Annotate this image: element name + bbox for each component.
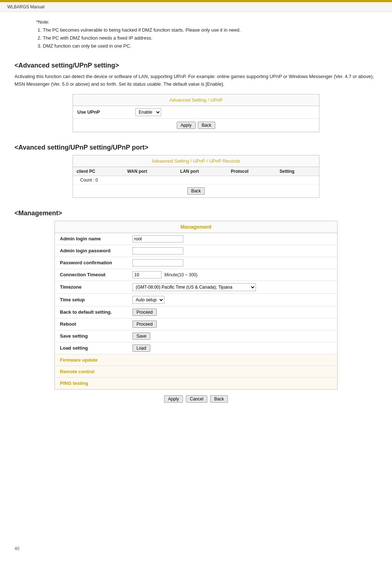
upnp-port-buttons: Back: [73, 184, 319, 197]
default-setting-value: Proceed: [132, 309, 332, 316]
timezone-row: Timezone (GMT-08:00) Pacific Time (US & …: [55, 281, 337, 294]
connection-timeout-row: Connection Timeout Minute(10 ~ 300): [55, 269, 337, 281]
connection-timeout-value: Minute(10 ~ 300): [132, 271, 332, 278]
upnp-port-panel: Advaoned Setting / UPnP / UPnP Records c…: [73, 155, 319, 198]
col-client-pc: client PC: [73, 167, 124, 176]
management-apply-button[interactable]: Apply: [164, 395, 183, 403]
upnp-apply-button[interactable]: Apply: [177, 122, 196, 129]
time-setup-value: Auto setup: [132, 296, 332, 304]
col-setting: Setting: [276, 167, 319, 176]
upnp-panel: Advanced Setting / UPnP Use UPnP Enable …: [73, 94, 319, 132]
time-setup-select[interactable]: Auto setup: [132, 296, 164, 304]
management-bottom-buttons: Apply Cancel Back: [15, 395, 377, 403]
firmware-update-row[interactable]: Firmware update: [55, 354, 337, 366]
upnp-enable-select[interactable]: Enable Disable: [135, 108, 161, 116]
upnp-panel-title: Advanced Setting / UPnP: [73, 94, 319, 106]
reboot-label: Reboot: [60, 321, 132, 327]
save-setting-button[interactable]: Save: [132, 333, 150, 340]
upnp-port-section: <Avanced setting/UPnP setting/UPnP port>…: [15, 144, 377, 198]
password-confirmation-value: [132, 259, 332, 266]
admin-login-name-label: Admin login name: [60, 236, 132, 241]
upnp-buttons: Apply Back: [73, 119, 319, 132]
admin-login-name-value: [132, 235, 332, 243]
connection-timeout-input[interactable]: [132, 271, 162, 278]
management-cancel-button[interactable]: Cancel: [186, 395, 207, 403]
admin-login-password-row: Admin login password: [55, 245, 337, 257]
note-asterisk: *Note:: [36, 19, 377, 25]
admin-login-password-label: Admin login password: [60, 248, 132, 253]
reboot-proceed-button[interactable]: Proceed: [132, 321, 157, 328]
management-heading: <Management>: [15, 209, 377, 217]
default-setting-proceed-button[interactable]: Proceed: [132, 309, 157, 316]
upnp-back-button[interactable]: Back: [198, 122, 216, 129]
note-item-2: The PC with DMZ function needs a fixed I…: [43, 34, 377, 42]
time-setup-label: Time setup: [60, 297, 132, 302]
management-back-button[interactable]: Back: [210, 395, 228, 403]
password-confirmation-input[interactable]: [132, 259, 183, 266]
load-setting-button[interactable]: Load: [132, 345, 150, 352]
upnp-description: Activating this function can detect the …: [15, 73, 377, 88]
note-section: *Note: The PC becomes vulnerable to bein…: [15, 19, 377, 50]
page-header: WLBARGS Manual: [0, 2, 392, 12]
firmware-update-label: Firmware update: [60, 357, 132, 363]
manual-title: WLBARGS Manual: [7, 4, 45, 9]
save-setting-row: Save setting Save: [55, 330, 337, 342]
upnp-use-value: Enable Disable: [135, 108, 315, 116]
management-section: <Management> Management Admin login name…: [15, 209, 377, 403]
load-setting-value: Load: [132, 345, 332, 352]
save-setting-value: Save: [132, 333, 332, 340]
count-label: Count : 0: [77, 176, 102, 184]
save-setting-label: Save setting: [60, 333, 132, 339]
connection-timeout-hint: Minute(10 ~ 300): [164, 272, 197, 277]
timezone-value: (GMT-08:00) Pacific Time (US & Canada); …: [132, 283, 332, 291]
upnp-setting-section: <Advanced setting/UPnP setting> Activati…: [15, 62, 377, 132]
page-number: 40: [15, 546, 19, 551]
col-protocol: Protocol: [227, 167, 276, 176]
upnp-use-label: Use UPnP: [77, 109, 135, 115]
password-confirmation-row: Password confirmation: [55, 257, 337, 269]
connection-timeout-label: Connection Timeout: [60, 272, 132, 277]
upnp-use-row: Use UPnP Enable Disable: [73, 106, 319, 119]
default-setting-label: Back to default setting.: [60, 309, 132, 315]
note-item-3: DMZ function can only be used in one PC.: [43, 42, 377, 50]
admin-login-name-row: Admin login name: [55, 233, 337, 245]
timezone-label: Timezone: [60, 284, 132, 290]
table-row: Count : 0: [73, 176, 319, 184]
upnp-port-back-button[interactable]: Back: [187, 187, 205, 195]
upnp-port-panel-title: Advaoned Setting / UPnP / UPnP Records: [73, 155, 319, 167]
management-panel: Management Admin login name Admin login …: [54, 221, 338, 390]
count-cell: Count : 0: [73, 176, 319, 184]
col-lan-port: LAN port: [177, 167, 227, 176]
reboot-row: Reboot Proceed: [55, 318, 337, 330]
password-confirmation-label: Password confirmation: [60, 260, 132, 265]
admin-login-password-value: [132, 247, 332, 254]
load-setting-label: Load setting: [60, 345, 132, 351]
admin-login-password-input[interactable]: [132, 247, 183, 254]
load-setting-row: Load setting Load: [55, 342, 337, 354]
default-setting-row: Back to default setting. Proceed: [55, 306, 337, 318]
management-panel-title: Management: [55, 221, 337, 233]
table-header-row: client PC WAN port LAN port Protocol Set…: [73, 167, 319, 176]
note-item-1: The PC becomes vulnerable to being hacke…: [43, 26, 377, 34]
upnp-port-heading: <Avanced setting/UPnP setting/UPnP port>: [15, 144, 377, 151]
upnp-records-table: client PC WAN port LAN port Protocol Set…: [73, 167, 319, 184]
upnp-heading: <Advanced setting/UPnP setting>: [15, 62, 377, 69]
time-setup-row: Time setup Auto setup: [55, 294, 337, 306]
note-list: The PC becomes vulnerable to being hacke…: [36, 26, 377, 50]
timezone-select[interactable]: (GMT-08:00) Pacific Time (US & Canada); …: [132, 283, 256, 291]
admin-login-name-input[interactable]: [132, 235, 183, 243]
remote-control-label: Remote control: [60, 369, 132, 374]
col-wan-port: WAN port: [124, 167, 177, 176]
reboot-value: Proceed: [132, 321, 332, 328]
remote-control-row[interactable]: Remote control: [55, 366, 337, 378]
ping-testing-row[interactable]: PING testing: [55, 378, 337, 389]
ping-testing-label: PING testing: [60, 380, 132, 386]
